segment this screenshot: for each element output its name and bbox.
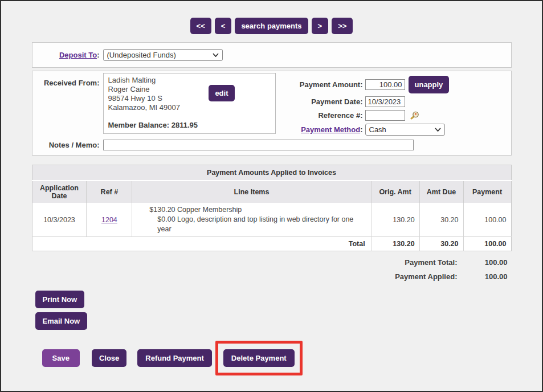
line-item: $0.00 Logo, description and top listing … [134,215,368,234]
print-now-button[interactable]: Print Now [35,291,85,308]
previous-record-button[interactable]: < [215,18,232,34]
col-ref: Ref # [87,181,132,203]
col-payment: Payment [463,181,511,203]
invoice-payment: 100.00 [463,203,511,237]
total-label: Total [32,237,371,251]
total-orig-amt: 130.20 [371,237,419,251]
payment-total-value: 100.00 [458,258,512,267]
payment-method-link[interactable]: Payment Method [301,125,360,134]
payment-total-label: Payment Total: [405,258,457,267]
table-total-row: Total 130.20 30.20 100.00 [32,237,511,251]
col-orig-amt: Orig. Amt [371,181,419,203]
invoice-row: 10/3/2023 1204 $130.20 Copper Membership… [32,203,511,237]
form-actions: Save Close Refund Payment Delete Payment [42,341,512,375]
refund-payment-button[interactable]: Refund Payment [137,349,212,367]
member-address-box: Ladish Malting Roger Caine 98574 Hwy 10 … [103,73,276,134]
col-amt-due: Amt Due [419,181,463,203]
first-record-button[interactable]: << [190,18,211,34]
deposit-to-link[interactable]: Deposit To [59,51,97,59]
table-header-row: Application Date Ref # Line Items Orig. … [32,181,511,203]
payment-applied-value: 100.00 [458,272,512,281]
total-payment: 100.00 [463,237,511,251]
save-button[interactable]: Save [42,349,80,367]
applied-invoices-table: Payment Amounts Applied to Invoices Appl… [32,165,512,251]
close-button[interactable]: Close [92,349,126,367]
payment-applied-label: Payment Applied: [395,272,457,281]
notes-memo-input[interactable] [103,140,414,150]
next-record-button[interactable]: > [312,18,329,34]
invoice-orig-amt: 130.20 [371,203,419,237]
invoice-date: 10/3/2023 [32,203,87,237]
total-amt-due: 30.20 [419,237,463,251]
payment-details-panel: Received From: Ladish Malting Roger Cain… [32,71,512,156]
invoice-ref-cell: 1204 [87,203,132,237]
invoice-amt-due: 30.20 [419,203,463,237]
col-application-date: Application Date [32,181,87,203]
email-now-button[interactable]: Email Now [35,312,88,330]
payment-amount-input[interactable] [365,79,405,90]
invoice-line-items: $130.20 Copper Membership $0.00 Logo, de… [132,203,371,237]
member-address-line2: Kalamazoo, MI 49007 [108,103,271,112]
invoice-ref-link[interactable]: 1204 [101,216,117,224]
record-navigation: << < search payments > >> [1,17,542,35]
member-address-line1: 98574 Hwy 10 S [108,94,271,103]
payment-fields: Payment Amount: unapply Payment Date: [277,76,479,136]
table-title: Payment Amounts Applied to Invoices [32,165,511,181]
payment-summary: Payment Total: 100.00 Payment Applied: 1… [32,255,512,284]
edit-member-button[interactable]: edit [209,85,234,101]
reference-number-input[interactable] [365,110,405,121]
notes-memo-label: Notes / Memo: [32,141,100,149]
unapply-button[interactable]: unapply [409,76,450,93]
payment-amount-label: Payment Amount: [277,80,363,89]
deposit-to-label: Deposit To: [32,51,100,59]
output-actions: Print Now Email Now [35,291,512,330]
member-balance: Member Balance: 2811.95 [108,121,271,130]
reference-number-label: Reference #: [277,111,363,120]
delete-payment-button[interactable]: Delete Payment [223,349,295,367]
payment-method-value: Cash [369,125,386,134]
reference-lookup-icon[interactable] [410,111,419,120]
payment-method-label: Payment Method: [277,125,363,134]
member-contact: Roger Caine [108,85,271,94]
col-line-items: Line Items [132,181,371,203]
last-record-button[interactable]: >> [332,18,353,34]
delete-payment-highlight: Delete Payment [215,341,303,375]
member-company: Ladish Malting [108,76,271,85]
deposit-to-value: (Undeposited Funds) [107,51,176,59]
payment-date-input[interactable] [365,96,405,107]
search-payments-button[interactable]: search payments [235,18,308,34]
chevron-down-icon [435,128,441,132]
received-from-label: Received From: [32,79,100,136]
payment-date-label: Payment Date: [277,97,363,106]
line-item: $130.20 Copper Membership [134,205,368,215]
payment-window: << < search payments > >> Deposit To: (U… [0,0,543,392]
chevron-down-icon [213,53,219,57]
deposit-to-panel: Deposit To: (Undeposited Funds) [32,42,512,68]
payment-method-select[interactable]: Cash [365,124,445,136]
deposit-to-select[interactable]: (Undeposited Funds) [103,49,223,61]
